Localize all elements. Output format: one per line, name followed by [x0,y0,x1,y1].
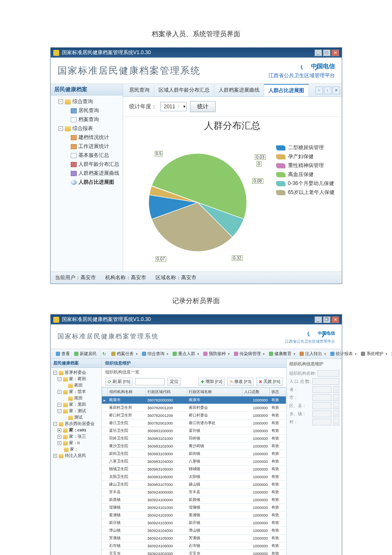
table-row[interactable]: 新昌镇360924100000新昌镇1000000有效 [102,496,286,504]
minimize-button[interactable]: _ [314,316,322,323]
restore-button[interactable]: ❐ [323,316,331,323]
tab-prev-button[interactable]: ‹ [315,87,323,94]
table-row[interactable]: 石市镇360924106000石市镇1000000有效 [102,542,286,550]
tree-item[interactable]: −苏步西街居委会 [52,421,101,427]
toolbar-注入转出[interactable]: 注入转出 [298,350,328,358]
toolbar-重点人群[interactable]: 重点人群 [171,350,201,358]
table-row[interactable]: 八景卫生院360983104000八景镇1000000有效 [102,458,286,465]
table-row[interactable]: 桥口村卫生所360782001209桥口村委会1000000有效 [102,412,286,419]
toolbar-档案任务[interactable]: 档案任务 [110,350,139,358]
tree-group-query[interactable]: −综合查询 [57,97,123,106]
table-row[interactable]: 独城卫生院360983105000独城镇1000000有效 [102,465,286,473]
tree-item[interactable]: −苏茅村委会 [52,370,101,376]
modify-button[interactable]: ✎修改 [F3] [227,378,254,386]
minimize-button[interactable]: _ [314,49,322,56]
toolbar-系统维护[interactable]: 系统维护 [359,350,389,358]
field-input[interactable] [312,386,331,393]
tree-item-archive-query[interactable]: 档案查询 [63,115,123,124]
tab-close-button[interactable]: ✕ [332,87,340,94]
toolbar-查看[interactable]: 查看 [54,350,72,358]
toolbar-新建居民[interactable]: 新建居民 [72,350,98,358]
field-input[interactable] [312,402,331,409]
tab-progress-curve[interactable]: 人群档案进展曲线 [214,84,264,96]
table-row[interactable]: 建山卫生院360983107000建山镇1000000有效 [102,481,286,489]
picker-button[interactable]: … [333,410,339,417]
table-row[interactable]: 蓝坊卫生院360983100000蓝坊镇1000000有效 [102,427,286,435]
tree-item[interactable]: +待注入居民 [52,453,101,459]
tree-item[interactable]: 家： [57,446,101,453]
tree-item[interactable]: −家：苗丰 [57,389,101,395]
toolbar-修改密码[interactable]: 修改密码 [390,350,392,358]
disable-button[interactable]: ✖无效 [F6] [256,378,282,386]
field-input[interactable] [312,410,331,417]
close-button[interactable]: ✕ [331,316,339,323]
table-row[interactable]: 蓉江卫生院360782001000蓉江街道办事处1000000有效 [102,419,286,427]
tree-item[interactable]: 蒋田 [61,382,101,389]
tree-item-ratio-chart[interactable]: 人群占比进展图 [63,178,123,187]
table-row[interactable]: 太阳卫生院360983106000太阳镇1000000有效 [102,473,286,481]
table-row[interactable]: 新街卫生院360983103000新街镇1000000有效 [102,450,286,458]
table-row[interactable]: 天宝乡360924202000天宝乡1000000有效 [102,550,286,555]
tree-item[interactable]: +家：张三 [57,434,101,440]
col-header[interactable]: 人口总数 [242,388,270,396]
table-row[interactable]: 潭山镇360924104000潭山镇1000000有效 [102,527,286,535]
field-input[interactable] [312,419,331,425]
field-input[interactable] [312,378,339,385]
field-input[interactable] [317,370,339,377]
tree-item[interactable]: 黑田 [61,395,101,402]
year-select[interactable]: 2011 ▼ [160,102,187,111]
col-header[interactable]: 行政区域代码 [146,388,187,396]
tree-item[interactable]: +家：cs01 [57,427,101,434]
tab-age-dist[interactable]: 区域人群年龄分布汇总 [154,84,214,96]
tree-item[interactable]: −家：蒋田 [57,376,101,382]
data-grid[interactable]: 组织机构名称行政区域代码行政区域名称人口总数状态▸南康市360782000000… [102,387,286,555]
tab-resident-query[interactable]: 居民查询 [125,84,154,96]
tree-item-service-summary[interactable]: 基本服务汇总 [63,151,123,160]
table-row[interactable]: 荷岭卫生院360983101000荷岭镇1000000有效 [102,435,286,442]
picker-button[interactable]: … [333,386,339,393]
refresh-button[interactable]: ↻ [101,350,108,358]
tab-ratio-chart[interactable]: 人群占比进展图 [264,84,309,96]
tree-item-age-dist[interactable]: 人群年龄分布汇总 [63,160,123,169]
tree-item[interactable]: −家：测试 [57,408,101,414]
close-button[interactable]: ✕ [331,49,339,56]
picker-button[interactable]: … [333,402,339,409]
table-row[interactable]: 芳溪镇360924105000芳溪镇1000000有效 [102,535,286,542]
tab-next-button[interactable]: › [324,87,331,94]
toolbar-健康教育[interactable]: 健康教育 [267,350,297,358]
table-row[interactable]: 黄沙卫生院360983102000黄沙岗镇1000000有效 [102,442,286,450]
legend-swatch [276,145,285,150]
tree-item[interactable]: +家：tt [57,440,101,446]
toolbar-综合查询[interactable]: 综合查询 [140,350,170,358]
locate-input[interactable] [135,378,165,385]
field-input[interactable] [312,394,331,401]
toolbar-传染病管理[interactable]: 传染病管理 [232,350,266,358]
locate-button[interactable]: 定位 [167,378,181,386]
tree-item-archiving-stat[interactable]: 建档情况统计 [63,133,123,142]
table-row[interactable]: 宜丰县360924000000宜丰县1000000有效 [102,489,286,496]
picker-button[interactable]: … [333,394,339,401]
tree-item-resident-query[interactable]: 居民查询 [63,106,123,115]
tree-item[interactable]: −家：黑田 [57,402,101,408]
tree-item-progress-stat[interactable]: 工作进展统计 [63,142,123,151]
col-header[interactable]: 行政区域名称 [187,388,242,396]
table-row[interactable]: 澄塘镇360924101000澄塘镇1000000有效 [102,504,286,512]
table-row[interactable]: 蒋田村卫生所360782001208蒋田村委会1000000有效 [102,404,286,412]
picker-button[interactable]: … [333,419,339,425]
tree-item[interactable]: 测试 [61,414,101,421]
toolbar-预防接种[interactable]: 预防接种 [202,350,231,358]
table-row[interactable]: ▸南康市360782000000南康市1000000有效 [102,396,286,404]
stat-button[interactable]: 统计 [190,101,216,112]
tree-group-report[interactable]: −综合报表 [57,124,123,133]
doc-icon [71,117,77,122]
maximize-button[interactable]: □ [323,49,331,56]
table-row[interactable]: 新庄镇360924103000新庄镇1000000有效 [102,519,286,527]
add-button[interactable]: ✚增加 [F2] [198,378,225,386]
col-header[interactable]: 状态 [270,388,286,396]
mid-tab[interactable]: 组织信息维护 [102,359,286,368]
tree-item-progress-curve[interactable]: 人群档案进展曲线 [63,169,123,178]
refresh-button[interactable]: ⟳刷 新 [F5] [105,378,133,386]
col-header[interactable]: 组织机构名称 [107,388,146,396]
table-row[interactable]: 棠浦镇360924102000棠浦镇1000000有效 [102,512,286,519]
toolbar-统计报表[interactable]: 统计报表 [329,350,358,358]
